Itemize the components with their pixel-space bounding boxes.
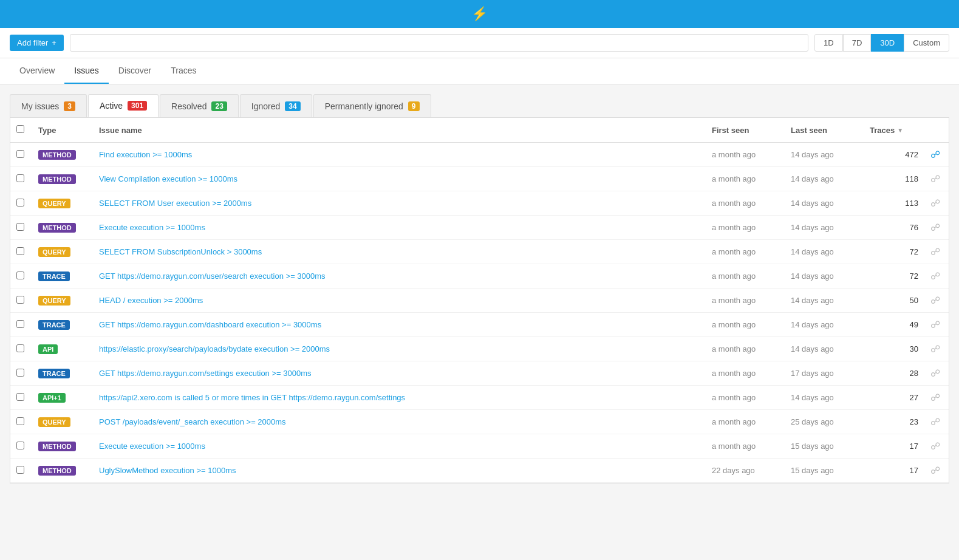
row-checkbox[interactable] <box>16 199 24 207</box>
select-all-checkbox[interactable] <box>16 125 24 133</box>
issue-name-link[interactable]: SELECT FROM SubscriptionUnlock > 3000ms <box>99 247 262 256</box>
row-checkbox-cell[interactable] <box>10 337 32 361</box>
issues-tab-resolved[interactable]: Resolved 23 <box>160 94 239 117</box>
row-action-cell[interactable]: ☍ <box>924 289 949 313</box>
row-traces: 27 <box>864 386 924 410</box>
row-checkbox[interactable] <box>16 417 24 425</box>
issue-name-link[interactable]: https://api2.xero.com is called 5 or mor… <box>99 393 405 402</box>
issue-name-link[interactable]: SELECT FROM User execution >= 2000ms <box>99 199 251 208</box>
row-checkbox[interactable] <box>16 271 24 279</box>
time-btn-custom[interactable]: Custom <box>904 34 949 52</box>
row-action-cell[interactable]: ☍ <box>924 386 949 410</box>
row-checkbox-cell[interactable] <box>10 386 32 410</box>
row-checkbox-cell[interactable] <box>10 240 32 264</box>
row-action-cell[interactable]: ☍ <box>924 337 949 361</box>
permanently-ignored-badge: 9 <box>408 101 420 111</box>
comment-icon[interactable]: ☍ <box>930 441 940 451</box>
issues-tab-permanently-ignored[interactable]: Permanently ignored 9 <box>313 94 431 117</box>
row-action-cell[interactable]: ☍ <box>924 361 949 386</box>
comment-icon[interactable]: ☍ <box>930 465 940 476</box>
nav-tab-overview[interactable]: Overview <box>10 58 64 84</box>
row-last-seen: 14 days ago <box>785 240 864 264</box>
row-action-cell[interactable]: ☍ <box>924 240 949 264</box>
row-action-cell[interactable]: ☍ <box>924 191 949 216</box>
row-checkbox[interactable] <box>16 247 24 255</box>
comment-icon[interactable]: ☍ <box>930 295 940 306</box>
row-last-seen: 17 days ago <box>785 361 864 386</box>
row-checkbox[interactable] <box>16 296 24 304</box>
select-all-checkbox-header[interactable] <box>10 118 32 143</box>
comment-icon[interactable]: ☍ <box>930 319 940 330</box>
row-checkbox-cell[interactable] <box>10 167 32 191</box>
row-checkbox-cell[interactable] <box>10 264 32 289</box>
row-checkbox[interactable] <box>16 393 24 401</box>
issue-name-link[interactable]: View Compilation execution >= 1000ms <box>99 174 237 183</box>
row-checkbox-cell[interactable] <box>10 191 32 216</box>
time-btn-1d[interactable]: 1D <box>814 34 843 52</box>
row-action-cell[interactable]: ☍ <box>924 434 949 459</box>
issues-tab-active[interactable]: Active 301 <box>88 94 159 117</box>
comment-icon[interactable]: ☍ <box>930 247 940 257</box>
comment-icon[interactable]: ☍ <box>930 368 940 378</box>
row-checkbox-cell[interactable] <box>10 434 32 459</box>
issue-name-link[interactable]: Execute execution >= 1000ms <box>99 442 205 451</box>
row-action-cell[interactable]: ☍ <box>924 167 949 191</box>
issues-tab-my-issues[interactable]: My issues 3 <box>10 94 87 117</box>
row-checkbox-cell[interactable] <box>10 313 32 337</box>
table-row: TRACE GET https://demo.raygun.com/user/s… <box>10 264 949 289</box>
row-action-cell[interactable]: ☍ <box>924 216 949 240</box>
th-traces[interactable]: Traces ▼ <box>864 118 924 143</box>
type-badge: QUERY <box>38 247 70 257</box>
row-checkbox[interactable] <box>16 320 24 328</box>
comment-icon[interactable]: ☍ <box>930 222 940 233</box>
row-type-cell: METHOD <box>32 143 93 167</box>
row-checkbox-cell[interactable] <box>10 410 32 434</box>
add-filter-button[interactable]: Add filter + <box>10 35 64 51</box>
filter-input[interactable] <box>70 34 808 52</box>
comment-icon[interactable]: ☍ <box>930 271 940 281</box>
issue-name-link[interactable]: Execute execution >= 1000ms <box>99 223 205 232</box>
row-action-cell[interactable]: ☍ <box>924 313 949 337</box>
comment-icon[interactable]: ☍ <box>930 174 940 184</box>
row-checkbox-cell[interactable] <box>10 143 32 167</box>
row-name-cell: Execute execution >= 1000ms <box>93 216 706 240</box>
comment-icon[interactable]: ☍ <box>930 149 940 160</box>
nav-tab-issues[interactable]: Issues <box>64 58 108 84</box>
issue-name-link[interactable]: UglySlowMethod execution >= 1000ms <box>99 466 236 475</box>
issue-name-link[interactable]: POST /payloads/event/_search execution >… <box>99 417 286 426</box>
nav-tab-traces[interactable]: Traces <box>161 58 206 84</box>
row-checkbox[interactable] <box>16 150 24 158</box>
row-checkbox[interactable] <box>16 174 24 182</box>
row-checkbox-cell[interactable] <box>10 289 32 313</box>
time-btn-7d[interactable]: 7D <box>843 34 872 52</box>
row-checkbox-cell[interactable] <box>10 216 32 240</box>
row-checkbox[interactable] <box>16 369 24 377</box>
row-action-cell[interactable]: ☍ <box>924 410 949 434</box>
comment-icon[interactable]: ☍ <box>930 417 940 427</box>
row-checkbox[interactable] <box>16 344 24 352</box>
issue-name-link[interactable]: HEAD / execution >= 2000ms <box>99 296 203 305</box>
time-btn-30d[interactable]: 30D <box>871 34 904 52</box>
row-action-cell[interactable]: ☍ <box>924 264 949 289</box>
row-checkbox[interactable] <box>16 466 24 474</box>
row-checkbox[interactable] <box>16 442 24 449</box>
issue-name-link[interactable]: Find execution >= 1000ms <box>99 150 192 159</box>
row-traces: 72 <box>864 264 924 289</box>
row-action-cell[interactable]: ☍ <box>924 459 949 483</box>
type-badge: API+1 <box>38 393 66 403</box>
issue-name-link[interactable]: GET https://demo.raygun.com/user/search … <box>99 271 326 281</box>
row-checkbox-cell[interactable] <box>10 459 32 483</box>
issue-name-link[interactable]: GET https://demo.raygun.com/dashboard ex… <box>99 320 321 329</box>
issues-tab-ignored[interactable]: Ignored 34 <box>240 94 312 117</box>
th-action <box>924 118 949 143</box>
issue-name-link[interactable]: GET https://demo.raygun.com/settings exe… <box>99 369 312 378</box>
issue-name-link[interactable]: https://elastic.proxy/search/payloads/by… <box>99 344 330 353</box>
row-checkbox-cell[interactable] <box>10 361 32 386</box>
comment-icon[interactable]: ☍ <box>930 344 940 354</box>
row-checkbox[interactable] <box>16 223 24 231</box>
comment-icon[interactable]: ☍ <box>930 198 940 208</box>
row-action-cell[interactable]: ☍ <box>924 143 949 167</box>
comment-icon[interactable]: ☍ <box>930 392 940 403</box>
nav-tab-discover[interactable]: Discover <box>109 58 161 84</box>
row-last-seen: 14 days ago <box>785 167 864 191</box>
